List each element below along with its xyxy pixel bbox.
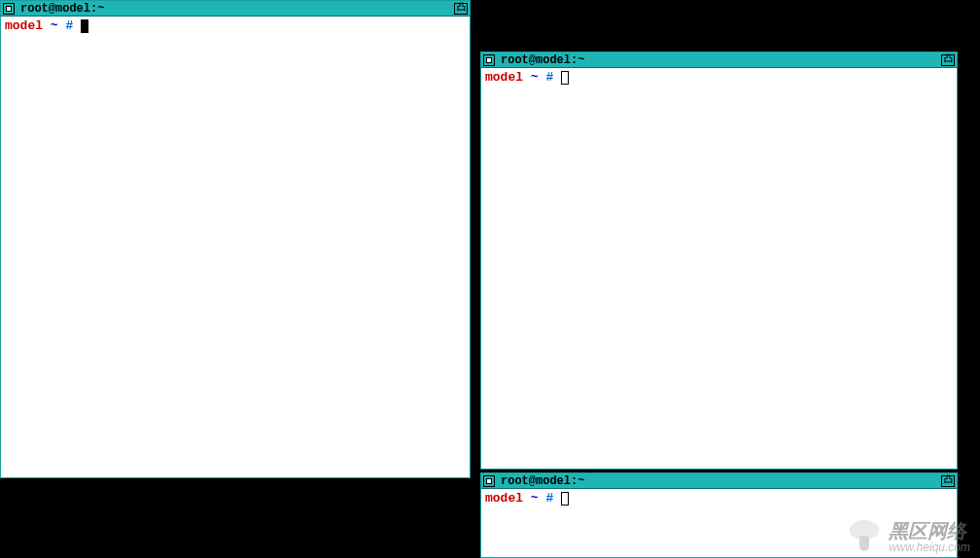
watermark: 黑区网络 www.heiqu.com: [846, 520, 970, 554]
prompt-symbol: #: [65, 18, 73, 33]
titlebar[interactable]: root@model:~ 凸: [481, 52, 957, 68]
prompt-symbol: #: [545, 70, 553, 85]
cursor-icon: [561, 71, 569, 85]
titlebar[interactable]: root@model:~ 凸: [481, 473, 957, 489]
terminal-body[interactable]: model ~ #: [1, 17, 470, 477]
prompt-path: ~: [531, 70, 539, 85]
prompt-host: model: [5, 18, 43, 33]
window-title: root@model:~: [501, 474, 584, 488]
watermark-url: www.heiqu.com: [889, 541, 970, 554]
window-menu-icon[interactable]: [483, 475, 495, 487]
mushroom-icon: [846, 520, 883, 553]
prompt-symbol: #: [545, 491, 553, 506]
prompt-host: model: [485, 491, 523, 506]
cursor-icon: [561, 492, 569, 506]
prompt-path: ~: [51, 18, 58, 33]
window-menu-icon[interactable]: [483, 54, 495, 66]
terminal-window-1[interactable]: root@model:~ 凸 model ~ #: [0, 0, 471, 478]
prompt-line: model ~ #: [485, 491, 953, 506]
prompt-host: model: [485, 70, 523, 85]
window-title: root@model:~: [501, 53, 584, 67]
terminal-body[interactable]: model ~ #: [481, 68, 957, 469]
prompt-line: model ~ #: [5, 18, 466, 33]
window-restore-icon[interactable]: 凸: [941, 475, 955, 487]
watermark-text-group: 黑区网络 www.heiqu.com: [889, 520, 970, 554]
window-restore-icon[interactable]: 凸: [454, 3, 468, 15]
cursor-icon: [81, 19, 88, 33]
prompt-path: ~: [531, 491, 539, 506]
prompt-line: model ~ #: [485, 70, 953, 85]
titlebar[interactable]: root@model:~ 凸: [1, 1, 470, 17]
window-menu-icon[interactable]: [3, 3, 15, 15]
window-restore-icon[interactable]: 凸: [941, 54, 955, 66]
terminal-window-2[interactable]: root@model:~ 凸 model ~ #: [480, 52, 958, 470]
window-title: root@model:~: [20, 2, 104, 16]
watermark-text: 黑区网络: [889, 520, 970, 541]
